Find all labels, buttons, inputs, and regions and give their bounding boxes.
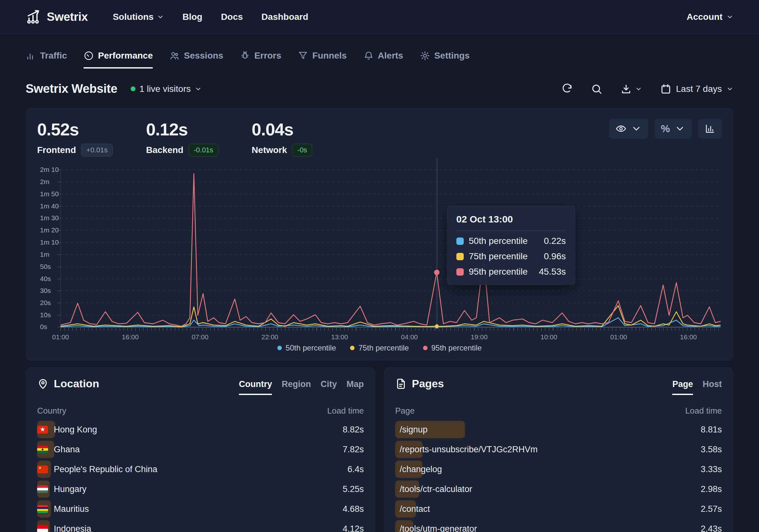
table-row[interactable]: /reports-unsubscribe/VTJGc2RHVm 3.58s — [395, 439, 722, 459]
toolbar: Last 7 days — [561, 83, 733, 95]
table-row[interactable]: /tools/ctr-calculator 2.98s — [395, 479, 722, 499]
chevron-down-icon — [726, 14, 733, 20]
pages-tabs: Page Host — [672, 379, 722, 395]
refresh-icon[interactable] — [561, 83, 573, 95]
tab-region[interactable]: Region — [282, 379, 311, 395]
document-icon — [395, 378, 407, 390]
y-axis-label: 1m 50 — [40, 190, 59, 198]
y-tick — [57, 279, 60, 279]
table-row[interactable]: Indonesia 4.12s — [37, 519, 364, 532]
visibility-dropdown-button[interactable] — [609, 119, 648, 138]
eye-icon — [616, 123, 626, 134]
calendar-icon — [660, 83, 672, 95]
tooltip-row: 50th percentile 0.22s — [457, 236, 566, 246]
tab-performance[interactable]: Performance — [84, 51, 153, 68]
percentage-dropdown-button[interactable]: % — [655, 119, 692, 138]
percent-icon: % — [661, 124, 670, 134]
chart-type-button[interactable] — [698, 119, 722, 138]
x-axis-label: 01:00 — [610, 333, 627, 341]
tab-page[interactable]: Page — [672, 379, 693, 395]
bottom-panels: Location Country Region City Map Country… — [26, 367, 733, 532]
y-tick — [57, 254, 60, 255]
metric-label: Frontend — [37, 145, 76, 155]
y-axis-label: 1m 40 — [40, 202, 59, 210]
location-panel: Location Country Region City Map Country… — [26, 367, 375, 532]
nav-blog[interactable]: Blog — [182, 12, 202, 22]
chevron-down-icon — [726, 86, 733, 93]
x-axis-ticks — [60, 328, 721, 331]
tab-sessions[interactable]: Sessions — [169, 51, 223, 68]
metric-delta-badge: -0.01s — [189, 144, 219, 157]
tab-alerts[interactable]: Alerts — [364, 51, 403, 68]
nav-docs[interactable]: Docs — [221, 12, 243, 22]
performance-chart-panel: 0.52s Frontend +0.01s 0.12s Backend -0.0… — [26, 108, 733, 361]
table-row[interactable]: Hungary 5.25s — [37, 479, 364, 499]
chart-legend: 50th percentile 75th percentile 95th per… — [26, 343, 733, 353]
nav-dashboard[interactable]: Dashboard — [261, 12, 308, 22]
tooltip-row: 75th percentile 0.96s — [457, 251, 566, 261]
flag-china — [37, 466, 48, 474]
y-tick — [57, 182, 60, 182]
export-dropdown[interactable] — [620, 83, 642, 95]
y-axis-label: 20s — [40, 299, 51, 307]
tab-city[interactable]: City — [321, 379, 337, 395]
date-range-picker[interactable]: Last 7 days — [660, 83, 733, 95]
x-axis-label: 07:00 — [191, 333, 209, 341]
brand-logo[interactable]: Swetrix — [26, 9, 88, 25]
chart-hover-line — [437, 159, 437, 327]
search-icon[interactable] — [591, 83, 602, 95]
metric-frontend: 0.52s Frontend +0.01s — [37, 119, 113, 157]
flag-ghana — [37, 445, 48, 454]
table-row[interactable]: Hong Kong 8.82s — [37, 420, 364, 439]
chevron-down-icon — [157, 14, 164, 20]
tab-map[interactable]: Map — [346, 379, 364, 395]
pages-rows: /signup 8.81s /reports-unsubscribe/VTJGc… — [395, 420, 722, 532]
table-row[interactable]: /signup 8.81s — [395, 420, 722, 439]
legend-item-p95[interactable]: 95th percentile — [423, 343, 482, 353]
tab-errors[interactable]: Errors — [240, 51, 281, 68]
live-visitors-dropdown[interactable]: 1 live visitors — [131, 84, 201, 94]
p75-legend-dot — [350, 346, 354, 350]
location-rows: Hong Kong 8.82s Ghana 7.82s People's Rep… — [37, 420, 364, 532]
download-icon — [620, 83, 632, 95]
tab-host[interactable]: Host — [702, 379, 722, 395]
x-axis-label: 19:00 — [471, 333, 488, 341]
column-header-loadtime: Load time — [685, 406, 722, 416]
gear-icon — [420, 51, 430, 61]
legend-item-p50[interactable]: 50th percentile — [277, 343, 336, 353]
chart-plot[interactable]: 2m 102m1m 501m 401m 301m 201m 101m50s40s… — [60, 170, 721, 327]
legend-item-p75[interactable]: 75th percentile — [350, 343, 409, 353]
p50-legend-dot — [277, 346, 282, 350]
x-axis-label: 04:00 — [401, 333, 418, 341]
column-header-page: Page — [395, 406, 415, 416]
tab-country[interactable]: Country — [239, 379, 272, 395]
tab-funnels[interactable]: Funnels — [298, 51, 346, 68]
chevron-down-icon — [631, 123, 642, 134]
tab-traffic[interactable]: Traffic — [26, 51, 67, 68]
table-row[interactable]: /contact 2.57s — [395, 499, 722, 519]
y-axis-label: 1m 20 — [40, 226, 59, 234]
tooltip-title: 02 Oct 13:00 — [457, 214, 566, 225]
metric-delta-badge: -0s — [292, 144, 312, 157]
account-menu[interactable]: Account — [687, 12, 733, 22]
live-visitors-label: 1 live visitors — [139, 84, 190, 94]
table-row[interactable]: /tools/utm-generator 2.43s — [395, 519, 722, 532]
y-axis-label: 40s — [40, 275, 51, 283]
gauge-icon — [84, 51, 94, 61]
pages-table-header: Page Load time — [395, 406, 722, 416]
x-axis-label: 16:00 — [122, 333, 139, 341]
tab-settings[interactable]: Settings — [420, 51, 469, 68]
metric-delta-badge: +0.01s — [81, 144, 113, 157]
nav-solutions[interactable]: Solutions — [113, 12, 164, 22]
series-75th-percentile — [60, 306, 721, 327]
y-tick — [57, 327, 60, 327]
table-row[interactable]: /changelog 3.33s — [395, 459, 722, 479]
pages-panel-title: Pages — [395, 377, 444, 390]
funnel-icon — [298, 51, 308, 61]
table-row[interactable]: Ghana 7.82s — [37, 439, 364, 459]
table-row[interactable]: People's Republic of China 6.4s — [37, 459, 364, 479]
table-row[interactable]: Mauritius 4.68s — [37, 499, 364, 519]
p75-color-swatch — [457, 253, 464, 260]
tooltip-series-value: 0.96s — [544, 251, 566, 261]
y-tick — [57, 315, 60, 315]
